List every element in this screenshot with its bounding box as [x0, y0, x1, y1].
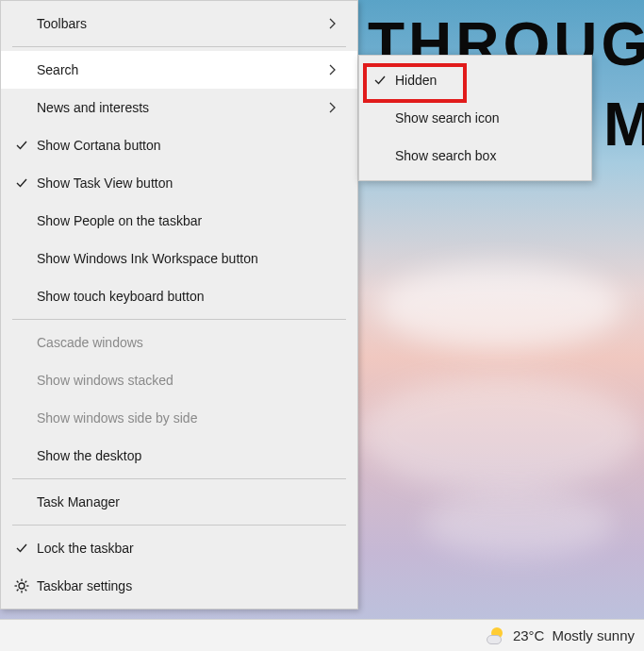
menu-item-show-people[interactable]: Show People on the taskbar: [1, 202, 357, 240]
svg-line-7: [17, 590, 19, 592]
menu-item-task-manager[interactable]: Task Manager: [1, 483, 357, 521]
taskbar-context-menu: Toolbars Search News and interests Show …: [0, 0, 358, 609]
menu-item-lock-taskbar[interactable]: Lock the taskbar: [1, 529, 357, 567]
menu-item-news-interests[interactable]: News and interests: [1, 89, 357, 126]
submenu-item-show-search-icon[interactable]: Show search icon: [359, 99, 591, 137]
chevron-right-icon: [329, 64, 344, 75]
menu-item-label: Show Task View button: [31, 175, 329, 191]
menu-item-taskbar-settings[interactable]: Taskbar settings: [1, 567, 357, 605]
menu-item-show-touch-keyboard[interactable]: Show touch keyboard button: [1, 277, 357, 315]
wallpaper-cloud: [424, 491, 613, 557]
menu-item-label: Taskbar settings: [31, 578, 329, 593]
wallpaper-text-2: M: [603, 90, 644, 159]
menu-separator: [12, 478, 346, 479]
menu-item-label: Show windows stacked: [31, 373, 329, 388]
submenu-item-label: Show search box: [389, 148, 578, 163]
menu-item-label: News and interests: [31, 100, 329, 115]
menu-item-label: Show People on the taskbar: [31, 213, 329, 228]
check-icon: [12, 176, 31, 190]
menu-item-label: Search: [31, 62, 329, 77]
menu-item-search[interactable]: Search: [1, 51, 357, 89]
menu-item-show-stacked: Show windows stacked: [1, 361, 357, 399]
submenu-item-label: Show search icon: [389, 110, 578, 125]
check-icon: [12, 542, 31, 555]
svg-line-5: [17, 581, 19, 583]
menu-separator: [12, 319, 346, 320]
menu-item-label: Show touch keyboard button: [31, 289, 329, 304]
wallpaper-cloud: [358, 377, 641, 491]
menu-item-show-task-view[interactable]: Show Task View button: [1, 164, 357, 202]
search-submenu: Hidden Show search icon Show search box: [358, 55, 592, 181]
menu-item-label: Show Windows Ink Workspace button: [31, 251, 329, 266]
submenu-item-hidden[interactable]: Hidden: [359, 61, 591, 99]
menu-separator: [12, 525, 346, 526]
taskbar: 23°C Mostly sunny: [0, 619, 644, 651]
svg-line-6: [25, 590, 27, 592]
menu-separator: [12, 46, 346, 47]
menu-item-label: Toolbars: [31, 16, 329, 31]
chevron-right-icon: [329, 102, 344, 113]
menu-item-label: Show Cortana button: [31, 138, 329, 153]
wallpaper-cloud: [377, 264, 622, 349]
chevron-right-icon: [329, 18, 344, 29]
weather-condition[interactable]: Mostly sunny: [552, 627, 635, 643]
menu-item-label: Lock the taskbar: [31, 541, 329, 556]
check-icon: [12, 139, 31, 152]
submenu-item-show-search-box[interactable]: Show search box: [359, 137, 591, 175]
menu-item-show-desktop[interactable]: Show the desktop: [1, 437, 357, 475]
weather-icon[interactable]: [487, 626, 505, 645]
submenu-item-label: Hidden: [389, 73, 578, 88]
menu-item-label: Cascade windows: [31, 335, 329, 350]
check-icon: [371, 74, 389, 87]
menu-item-show-ink-workspace[interactable]: Show Windows Ink Workspace button: [1, 240, 357, 277]
menu-item-show-side-by-side: Show windows side by side: [1, 399, 357, 437]
gear-icon: [12, 578, 31, 593]
menu-item-label: Show the desktop: [31, 448, 329, 463]
svg-line-8: [25, 581, 27, 583]
menu-item-toolbars[interactable]: Toolbars: [1, 5, 357, 42]
menu-item-cascade-windows: Cascade windows: [1, 324, 357, 361]
weather-temp[interactable]: 23°C: [513, 627, 545, 643]
menu-item-show-cortana[interactable]: Show Cortana button: [1, 126, 357, 164]
menu-item-label: Show windows side by side: [31, 410, 329, 426]
menu-item-label: Task Manager: [31, 494, 329, 509]
svg-point-0: [19, 583, 25, 589]
